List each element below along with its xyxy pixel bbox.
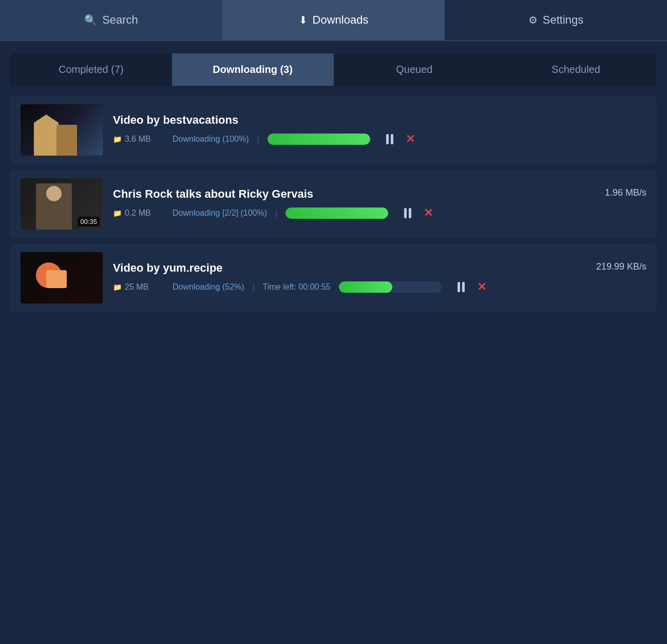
close-button[interactable]: ✕	[421, 206, 435, 220]
progress-bar	[268, 134, 370, 145]
tab-queued[interactable]: Queued	[334, 53, 496, 86]
nav-downloads-label: Downloads	[313, 13, 369, 27]
tab-completed[interactable]: Completed (7)	[10, 53, 172, 86]
item-row: 📁 3.6 MB Downloading (100%) | ✕	[113, 132, 646, 146]
item-title: Video by bestvacations	[113, 113, 238, 127]
separator: |	[257, 135, 259, 144]
separator: |	[253, 282, 255, 292]
file-size: 📁 0.2 MB	[113, 209, 164, 218]
download-item: Video by yum.recipe 219.99 KB/s 📁 25 MB …	[10, 244, 657, 312]
download-item: 00:35 Chris Rock talks about Ricky Gerva…	[10, 170, 657, 238]
nav-search-label: Search	[102, 13, 138, 27]
file-size: 📁 25 MB	[113, 282, 164, 292]
downloads-icon: ⬇	[299, 14, 308, 26]
thumbnail	[21, 104, 103, 156]
nav-bar: 🔍 Search ⬇ Downloads ⚙ Settings	[0, 0, 667, 41]
item-actions: ✕	[454, 280, 489, 294]
settings-icon: ⚙	[528, 14, 538, 26]
nav-search[interactable]: 🔍 Search	[0, 0, 222, 40]
item-speed: 1.96 MB/s	[605, 187, 646, 198]
item-header: Video by yum.recipe 219.99 KB/s	[113, 261, 646, 275]
item-row: 📁 0.2 MB Downloading [2/2] (100%) | ✕	[113, 206, 646, 220]
downloads-list: Video by bestvacations 📁 3.6 MB Download…	[0, 96, 667, 312]
item-info: Video by yum.recipe 219.99 KB/s 📁 25 MB …	[113, 261, 646, 294]
progress-fill	[339, 281, 392, 293]
search-icon: 🔍	[84, 14, 97, 26]
thumbnail	[21, 252, 103, 304]
pause-button[interactable]	[383, 132, 397, 146]
folder-icon: 📁	[113, 135, 122, 143]
nav-downloads[interactable]: ⬇ Downloads	[222, 0, 445, 40]
progress-fill	[285, 207, 388, 219]
pause-icon	[458, 282, 465, 292]
pause-button[interactable]	[401, 206, 415, 220]
separator: |	[275, 209, 277, 218]
download-item: Video by bestvacations 📁 3.6 MB Download…	[10, 96, 657, 164]
item-actions: ✕	[401, 206, 435, 220]
pause-icon	[386, 134, 393, 144]
folder-icon: 📁	[113, 283, 122, 291]
progress-bar	[339, 281, 442, 293]
nav-settings-label: Settings	[543, 13, 584, 27]
time-left: Time left: 00:00:55	[263, 282, 331, 292]
item-info: Chris Rock talks about Ricky Gervais 1.9…	[113, 187, 646, 220]
duration-badge: 00:35	[78, 217, 100, 226]
file-size: 📁 3.6 MB	[113, 135, 164, 144]
item-header: Chris Rock talks about Ricky Gervais 1.9…	[113, 187, 646, 201]
item-info: Video by bestvacations 📁 3.6 MB Download…	[113, 113, 646, 146]
tab-bar: Completed (7) Downloading (3) Queued Sch…	[10, 53, 657, 86]
item-speed: 219.99 KB/s	[596, 261, 646, 272]
status-text: Downloading (52%)	[173, 282, 244, 292]
item-header: Video by bestvacations	[113, 113, 646, 127]
close-button[interactable]: ✕	[474, 280, 489, 294]
nav-settings[interactable]: ⚙ Settings	[445, 0, 667, 40]
status-text: Downloading [2/2] (100%)	[173, 209, 267, 218]
item-actions: ✕	[383, 132, 417, 146]
tab-downloading[interactable]: Downloading (3)	[172, 53, 334, 86]
item-title: Chris Rock talks about Ricky Gervais	[113, 187, 313, 201]
progress-fill	[268, 134, 370, 145]
status-text: Downloading (100%)	[173, 135, 249, 144]
thumbnail: 00:35	[21, 178, 103, 230]
item-title: Video by yum.recipe	[113, 261, 223, 275]
pause-button[interactable]	[454, 280, 468, 294]
folder-icon: 📁	[113, 209, 122, 217]
progress-bar	[285, 207, 388, 219]
item-row: 📁 25 MB Downloading (52%) | Time left: 0…	[113, 280, 646, 294]
pause-icon	[404, 208, 411, 218]
close-button[interactable]: ✕	[403, 132, 417, 146]
tab-scheduled[interactable]: Scheduled	[495, 53, 657, 86]
